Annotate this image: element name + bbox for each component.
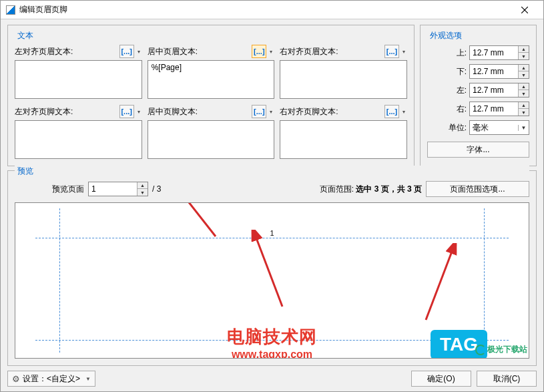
- margin-right-label: 右:: [457, 104, 467, 115]
- header-left-block: 左对齐页眉文本: [...] ▾: [15, 44, 142, 99]
- page-range-label: 页面范围: 选中 3 页，共 3 页: [320, 184, 422, 195]
- cancel-button[interactable]: 取消(C): [477, 371, 537, 387]
- insert-macro-button[interactable]: [...]: [119, 45, 134, 58]
- close-icon: [521, 7, 528, 13]
- margin-left-spinner[interactable]: 12.7 mm ▲▼: [469, 83, 529, 97]
- text-grid: 左对齐页眉文本: [...] ▾ 居中页眉文本: [...]: [15, 44, 407, 159]
- insert-macro-dropdown[interactable]: ▾: [135, 49, 142, 55]
- text-panel: 文本 左对齐页眉文本: [...] ▾: [7, 25, 415, 166]
- preview-title: 预览: [15, 166, 529, 177]
- preview-page-spinner[interactable]: 1 ▲▼: [88, 182, 148, 196]
- insert-macro-dropdown[interactable]: ▾: [400, 49, 407, 55]
- dialog-title: 编辑页眉页脚: [19, 4, 511, 15]
- insert-macro-button[interactable]: [...]: [252, 45, 266, 58]
- insert-macro-dropdown[interactable]: ▾: [268, 49, 274, 55]
- appearance-panel: 外观选项 上: 12.7 mm ▲▼ 下: 12.7 mm ▲▼: [420, 25, 537, 166]
- footer-center-input[interactable]: [148, 120, 275, 159]
- footer-left-block: 左对齐页脚文本: [...] ▾: [15, 104, 142, 159]
- insert-macro-button[interactable]: [...]: [384, 105, 399, 118]
- guide-line: [59, 208, 60, 353]
- top-row: 文本 左对齐页眉文本: [...] ▾: [7, 25, 537, 166]
- guide-line: [35, 340, 509, 341]
- close-button[interactable]: [511, 1, 538, 19]
- spin-up-icon[interactable]: ▲: [519, 102, 529, 109]
- footer-right-block: 右对齐页脚文本: [...] ▾: [280, 104, 407, 159]
- bottom-bar: ⚙ 设置：<自定义> ▼ 确定(O) 取消(C): [1, 366, 543, 391]
- preview-area: 1 电脑技术网 www.tagxp.com TAG: [15, 202, 529, 359]
- preview-panel: 预览 预览页面 1 ▲▼ / 3 页面范围: 选中 3 页，共 3 页 页面范围…: [7, 170, 537, 366]
- footer-right-input[interactable]: [280, 120, 407, 159]
- margin-top-value: 12.7 mm: [470, 48, 518, 57]
- preview-page-number: 1: [270, 229, 274, 237]
- spin-down-icon[interactable]: ▼: [138, 189, 148, 196]
- page-range-button[interactable]: 页面范围选项...: [426, 181, 529, 197]
- footer-center-block: 居中页脚文本: [...] ▾: [148, 104, 275, 159]
- insert-macro-button[interactable]: [...]: [384, 45, 399, 58]
- app-icon: [6, 5, 15, 15]
- insert-macro-dropdown[interactable]: ▾: [268, 109, 274, 115]
- margin-right-spinner[interactable]: 12.7 mm ▲▼: [469, 102, 529, 116]
- preview-page-label: 预览页面: [52, 184, 84, 195]
- spin-up-icon[interactable]: ▲: [519, 83, 529, 90]
- header-left-label: 左对齐页眉文本:: [15, 46, 73, 57]
- text-panel-title: 文本: [15, 30, 36, 41]
- settings-dropdown[interactable]: ⚙ 设置：<自定义> ▼: [7, 371, 95, 387]
- spin-down-icon[interactable]: ▼: [519, 109, 529, 116]
- dialog-window: 编辑页眉页脚 文本 左对齐页眉文本: [...] ▾: [0, 0, 544, 392]
- font-button[interactable]: 字体...: [427, 142, 529, 158]
- header-center-label: 居中页眉文本:: [148, 46, 198, 57]
- margin-left-label: 左:: [457, 85, 467, 96]
- spin-up-icon[interactable]: ▲: [138, 182, 148, 189]
- header-center-input[interactable]: %[Page]: [148, 60, 275, 99]
- insert-macro-dropdown[interactable]: ▾: [400, 109, 407, 115]
- margin-bottom-label: 下:: [457, 66, 467, 77]
- footer-left-input[interactable]: [15, 120, 142, 159]
- margin-bottom-spinner[interactable]: 12.7 mm ▲▼: [469, 64, 529, 79]
- preview-page-value: 1: [89, 184, 137, 194]
- guide-line: [484, 208, 485, 353]
- insert-macro-dropdown[interactable]: ▾: [135, 109, 142, 115]
- titlebar: 编辑页眉页脚: [1, 1, 543, 19]
- insert-macro-button[interactable]: [...]: [119, 105, 134, 118]
- chevron-down-icon: ▼: [85, 376, 91, 382]
- appearance-title: 外观选项: [427, 30, 465, 41]
- insert-macro-button[interactable]: [...]: [252, 105, 266, 118]
- margin-left-value: 12.7 mm: [470, 85, 518, 95]
- footer-left-label: 左对齐页脚文本:: [15, 106, 73, 118]
- spin-down-icon[interactable]: ▼: [519, 53, 529, 59]
- content-area: 文本 左对齐页眉文本: [...] ▾: [1, 19, 543, 366]
- chevron-down-icon: ▼: [518, 125, 529, 131]
- preview-page-total: / 3: [152, 184, 161, 194]
- header-right-block: 右对齐页眉文本: [...] ▾: [280, 44, 407, 99]
- spin-up-icon[interactable]: ▲: [519, 46, 529, 53]
- preview-page: 1: [35, 208, 509, 353]
- preview-controls: 预览页面 1 ▲▼ / 3 页面范围: 选中 3 页，共 3 页 页面范围选项.…: [15, 177, 529, 202]
- footer-right-label: 右对齐页脚文本:: [280, 106, 338, 118]
- unit-select[interactable]: 毫米 ▼: [469, 120, 529, 135]
- guide-line: [35, 238, 509, 238]
- header-right-label: 右对齐页眉文本:: [280, 46, 338, 57]
- gear-icon: ⚙: [12, 374, 20, 384]
- margin-bottom-value: 12.7 mm: [470, 67, 518, 76]
- settings-label: 设置：<自定义>: [23, 373, 80, 385]
- header-left-input[interactable]: [15, 60, 142, 99]
- ok-button[interactable]: 确定(O): [411, 371, 471, 387]
- header-right-input[interactable]: [280, 60, 407, 99]
- header-center-block: 居中页眉文本: [...] ▾ %[Page]: [148, 44, 275, 99]
- margin-right-value: 12.7 mm: [470, 104, 518, 114]
- unit-value: 毫米: [470, 122, 518, 134]
- unit-label: 单位:: [449, 122, 467, 134]
- spin-down-icon[interactable]: ▼: [519, 71, 529, 78]
- footer-center-label: 居中页脚文本:: [148, 106, 198, 118]
- spin-up-icon[interactable]: ▲: [519, 65, 529, 71]
- spin-down-icon[interactable]: ▼: [519, 90, 529, 97]
- margin-top-label: 上:: [457, 47, 467, 59]
- margin-top-spinner[interactable]: 12.7 mm ▲▼: [469, 45, 529, 60]
